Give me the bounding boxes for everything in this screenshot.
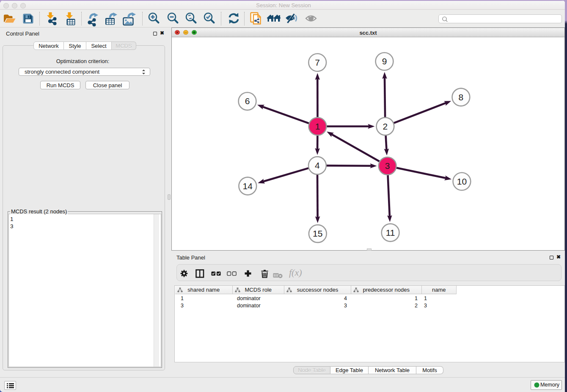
svg-text:6: 6 xyxy=(245,96,250,106)
svg-text:4: 4 xyxy=(315,160,320,170)
svg-text:11: 11 xyxy=(386,228,395,237)
svg-text:2: 2 xyxy=(383,121,388,131)
svg-text:15: 15 xyxy=(313,229,322,238)
svg-text:7: 7 xyxy=(315,58,320,67)
svg-text:14: 14 xyxy=(243,181,253,191)
svg-text:10: 10 xyxy=(457,177,467,186)
svg-text:8: 8 xyxy=(459,92,464,102)
svg-text:3: 3 xyxy=(385,161,390,171)
svg-text:1: 1 xyxy=(315,121,320,131)
svg-text:9: 9 xyxy=(382,56,387,66)
